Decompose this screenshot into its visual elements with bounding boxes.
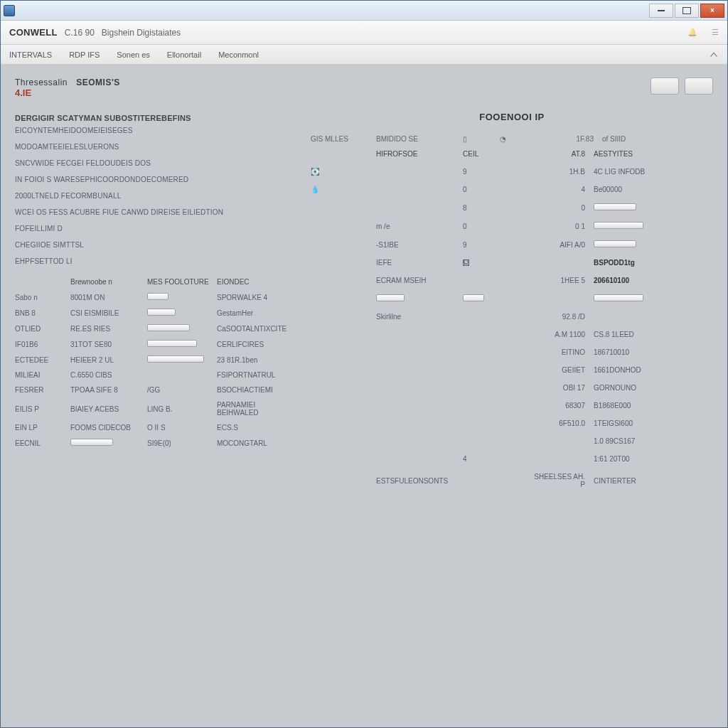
disk-icon: 💽 bbox=[311, 168, 319, 176]
rt-cell: 4C LIG INFODB bbox=[594, 168, 665, 176]
lt-cell: EECNIL bbox=[15, 439, 65, 447]
brand-subtitle: Bigshein Digistaiates bbox=[102, 28, 181, 38]
rt-cell: Be00000 bbox=[594, 186, 665, 193]
lt-cell: CaSOOTALNTIXCITE bbox=[217, 325, 292, 333]
lt-cell bbox=[70, 439, 141, 447]
rt-cell: 68307 bbox=[528, 402, 585, 410]
right-column: FOOENOOI IP GIS MLLES BMIDIDO SE ▯ ◔ 1F.… bbox=[311, 77, 713, 727]
tool-item-4[interactable]: Meconmonl bbox=[218, 50, 259, 59]
lt-cell: RE.ES RIES bbox=[70, 325, 141, 333]
section-header: DERGIGIR SCATYMAN SUBOSTITEREBEFINS bbox=[15, 114, 292, 122]
lt-cell: Sabo n bbox=[15, 294, 65, 301]
lt-cell bbox=[147, 324, 211, 333]
window-maximize-button[interactable] bbox=[675, 4, 699, 18]
window-close-button[interactable]: × bbox=[700, 4, 724, 18]
lt-cell: SPORWALKE 4 bbox=[217, 294, 292, 301]
lt-cell: O II S bbox=[147, 424, 211, 432]
titlebar: × bbox=[1, 1, 727, 21]
rt-cell: 0 1 bbox=[528, 223, 585, 230]
bar-icon bbox=[147, 309, 176, 316]
lt-hdr-2: MES FOOLOTURE bbox=[147, 278, 211, 286]
menu-icon[interactable]: ☰ bbox=[712, 28, 719, 37]
lt-cell: GestamHer bbox=[217, 309, 292, 317]
lt-cell: SI9E(0) bbox=[147, 439, 211, 447]
lt-cell: CSI EISMIBILE bbox=[70, 309, 141, 317]
rt-cell: 1HEE 5 bbox=[528, 277, 585, 284]
tool-item-1[interactable]: RDP IFS bbox=[69, 50, 100, 59]
bar-icon bbox=[147, 340, 197, 347]
page-title-b: SEOMIS'S bbox=[76, 77, 120, 87]
window-minimize-button[interactable] bbox=[649, 4, 673, 18]
bar-icon bbox=[594, 294, 643, 301]
rt-cell: BSPODD1tg bbox=[594, 259, 665, 267]
rt-cell: 1661DONHOD bbox=[594, 366, 665, 374]
lt-cell: FSIPORTNATRUL bbox=[217, 371, 292, 379]
rt-cell: EITINO bbox=[528, 348, 585, 356]
rt-cell: OBI 17 bbox=[528, 384, 585, 392]
rt-cell: GORNOUNO bbox=[594, 384, 665, 392]
lt-cell: OTLIED bbox=[15, 325, 65, 333]
param-item: CHEGIIOE SIMTTSL bbox=[15, 241, 292, 249]
param-item: MODOAMTEEIELESLUERONS bbox=[15, 143, 292, 151]
rt-cell: GEIIET bbox=[528, 366, 585, 374]
rt-cell: AIFI A/0 bbox=[528, 241, 585, 249]
lt-cell: FESRER bbox=[15, 386, 65, 394]
lt-cell: 23 81R.1ben bbox=[217, 356, 292, 364]
bell-icon[interactable]: 🔔 bbox=[687, 28, 697, 37]
rt-cell: B1868E000 bbox=[594, 402, 665, 410]
rt-hdr-4: AESTYITES bbox=[594, 150, 665, 158]
lt-cell: BSOCHIACTIEMI bbox=[217, 386, 292, 394]
tool-item-3[interactable]: Ellonortail bbox=[167, 50, 201, 59]
lt-cell bbox=[147, 340, 211, 348]
gauge-icon: ◔ bbox=[500, 135, 528, 143]
rt-cell bbox=[376, 294, 454, 303]
canister-icon: ▯ bbox=[463, 135, 491, 143]
rt-cell: CINTIERTER bbox=[594, 477, 665, 485]
lt-cell bbox=[147, 293, 211, 301]
rt-cell: SHEELSES AH. P bbox=[528, 473, 585, 488]
rt-cell: CS.8 1LEED bbox=[594, 331, 665, 338]
brand-title: CONWELL bbox=[9, 27, 58, 38]
lt-hdr-1: Brewnoobe n bbox=[70, 278, 141, 286]
rt-cell bbox=[594, 222, 665, 230]
rt-cell: 1.0 89CS167 bbox=[594, 437, 665, 445]
rt-cell: 8 bbox=[463, 204, 520, 212]
rt-cell bbox=[463, 294, 520, 303]
bar-icon bbox=[70, 439, 113, 446]
app-sysicon bbox=[4, 5, 15, 16]
device-icon bbox=[651, 77, 679, 95]
lt-cell: MILIEAI bbox=[15, 371, 65, 379]
rt-cell: Skirlilne bbox=[376, 313, 454, 321]
tool-item-2[interactable]: Sonen es bbox=[117, 50, 149, 59]
param-item: EICOYNTEMHEIDOOMEIEISEGES bbox=[15, 127, 292, 134]
rt-cell: 9 bbox=[463, 241, 520, 249]
lt-cell: ECTEDEE bbox=[15, 356, 65, 364]
bar-icon bbox=[594, 222, 643, 229]
rt-hdr-2: CEIL bbox=[463, 150, 520, 158]
lt-cell bbox=[147, 355, 211, 364]
lt-cell: BIAIEY ACEBS bbox=[70, 405, 141, 413]
lt-cell: PARNAMIEI BEIHWALED bbox=[217, 401, 292, 417]
chevron-up-icon[interactable] bbox=[709, 50, 719, 60]
content-area: Thresessalin SEOMIS'S 4.IE DERGIGIR SCAT… bbox=[1, 65, 727, 727]
left-table: Brewnoobe n MES FOOLOTURE EIONDEC Sabo n… bbox=[15, 278, 292, 447]
lt-cell: TPOAA SIFE 8 bbox=[70, 386, 141, 394]
bar-icon bbox=[594, 240, 636, 247]
app-header: CONWELL C.16 90 Bigshein Digistaiates 🔔 … bbox=[1, 21, 727, 45]
right-table: HIFROFSOE CEIL AT.8 AESTYITES 💽 9 1H.B 4… bbox=[311, 150, 713, 488]
rt-cell bbox=[594, 240, 665, 249]
rt-cell: 186710010 bbox=[594, 348, 665, 356]
lt-cell: BNB 8 bbox=[15, 309, 65, 317]
window-frame: × CONWELL C.16 90 Bigshein Digistaiates … bbox=[0, 0, 728, 728]
rt-cell: -S1IBE bbox=[376, 241, 454, 249]
rt-cell bbox=[594, 294, 665, 303]
tr-e: 1F.83 bbox=[537, 135, 594, 143]
lt-cell: FOOMS CIDECOB bbox=[70, 424, 141, 432]
page-accent: 4.IE bbox=[15, 87, 292, 98]
rt-cell: IEFE bbox=[376, 259, 454, 267]
lt-cell: 31TOT SE80 bbox=[70, 341, 141, 348]
rt-cell: 4 bbox=[528, 186, 585, 193]
param-item: FOFEILLIMI D bbox=[15, 225, 292, 232]
bar-icon bbox=[594, 203, 636, 210]
tool-item-0[interactable]: INTERVALS bbox=[9, 50, 52, 59]
